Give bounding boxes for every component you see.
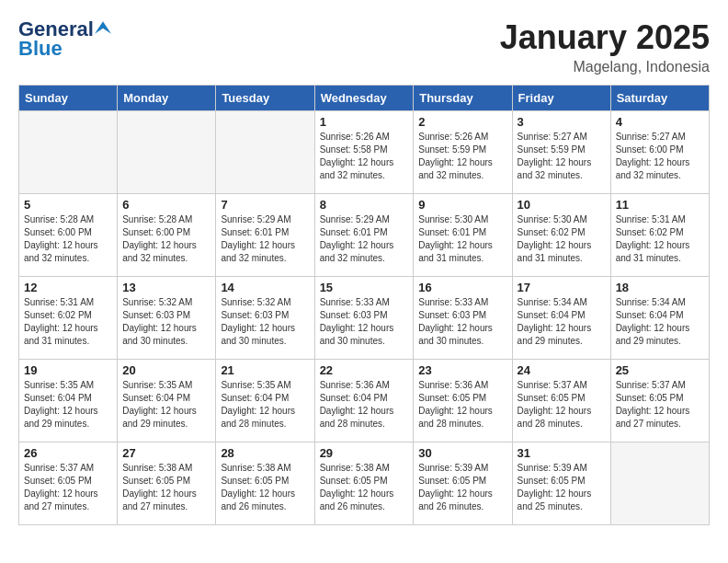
day-info: Sunrise: 5:33 AMSunset: 6:03 PMDaylight:… [320,296,409,348]
day-info: Sunrise: 5:29 AMSunset: 6:01 PMDaylight:… [221,213,309,265]
calendar-cell: 9Sunrise: 5:30 AMSunset: 6:01 PMDaylight… [414,194,512,277]
day-number: 4 [616,115,704,129]
calendar-week-4: 19Sunrise: 5:35 AMSunset: 6:04 PMDayligh… [19,360,710,442]
day-info: Sunrise: 5:28 AMSunset: 6:00 PMDaylight:… [122,213,210,265]
day-info: Sunrise: 5:35 AMSunset: 6:04 PMDaylight:… [24,379,112,431]
day-number: 3 [518,115,606,129]
calendar-cell [610,442,709,525]
calendar-cell: 18Sunrise: 5:34 AMSunset: 6:04 PMDayligh… [610,277,709,360]
calendar-cell: 24Sunrise: 5:37 AMSunset: 6:05 PMDayligh… [512,360,610,442]
calendar-cell: 8Sunrise: 5:29 AMSunset: 6:01 PMDaylight… [314,194,414,277]
day-info: Sunrise: 5:26 AMSunset: 5:59 PMDaylight:… [418,131,506,182]
calendar-cell: 13Sunrise: 5:32 AMSunset: 6:03 PMDayligh… [118,277,216,360]
day-info: Sunrise: 5:30 AMSunset: 6:02 PMDaylight:… [518,213,606,265]
calendar-cell: 25Sunrise: 5:37 AMSunset: 6:05 PMDayligh… [610,360,709,442]
day-number: 22 [320,363,409,377]
title-block: January 2025 Magelang, Indonesia [500,18,710,75]
day-info: Sunrise: 5:26 AMSunset: 5:58 PMDaylight:… [320,131,409,182]
day-info: Sunrise: 5:35 AMSunset: 6:04 PMDaylight:… [122,379,210,431]
col-friday: Friday [512,86,610,111]
calendar-week-2: 5Sunrise: 5:28 AMSunset: 6:00 PMDaylight… [19,194,710,277]
header: General Blue January 2025 Magelang, Indo… [18,18,710,75]
day-info: Sunrise: 5:37 AMSunset: 6:05 PMDaylight:… [518,379,606,431]
calendar-cell: 14Sunrise: 5:32 AMSunset: 6:03 PMDayligh… [216,277,314,360]
calendar-title: January 2025 [500,18,710,57]
calendar-cell: 29Sunrise: 5:38 AMSunset: 6:05 PMDayligh… [314,442,414,525]
calendar-cell: 17Sunrise: 5:34 AMSunset: 6:04 PMDayligh… [512,277,610,360]
logo-bird-icon [95,19,111,36]
day-number: 14 [221,281,309,294]
calendar-body: 1Sunrise: 5:26 AMSunset: 5:58 PMDaylight… [19,111,710,525]
day-number: 28 [221,446,309,460]
svg-marker-0 [95,21,111,34]
day-number: 18 [616,281,704,294]
day-info: Sunrise: 5:38 AMSunset: 6:05 PMDaylight:… [320,462,409,513]
day-number: 25 [616,363,704,377]
day-info: Sunrise: 5:32 AMSunset: 6:03 PMDaylight:… [221,296,309,348]
day-number: 26 [24,446,112,460]
calendar-cell [118,111,216,194]
day-number: 29 [320,446,409,460]
day-info: Sunrise: 5:32 AMSunset: 6:03 PMDaylight:… [122,296,210,348]
day-number: 11 [616,198,704,212]
calendar-table: Sunday Monday Tuesday Wednesday Thursday… [18,85,710,525]
day-info: Sunrise: 5:38 AMSunset: 6:05 PMDaylight:… [221,462,309,513]
calendar-week-5: 26Sunrise: 5:37 AMSunset: 6:05 PMDayligh… [19,442,710,525]
calendar-cell: 3Sunrise: 5:27 AMSunset: 5:59 PMDaylight… [512,111,610,194]
calendar-week-1: 1Sunrise: 5:26 AMSunset: 5:58 PMDaylight… [19,111,710,194]
calendar-cell: 21Sunrise: 5:35 AMSunset: 6:04 PMDayligh… [216,360,314,442]
calendar-cell: 1Sunrise: 5:26 AMSunset: 5:58 PMDaylight… [314,111,414,194]
calendar-cell: 20Sunrise: 5:35 AMSunset: 6:04 PMDayligh… [118,360,216,442]
day-number: 13 [122,281,210,294]
calendar-cell: 16Sunrise: 5:33 AMSunset: 6:03 PMDayligh… [414,277,512,360]
calendar-cell: 11Sunrise: 5:31 AMSunset: 6:02 PMDayligh… [610,194,709,277]
calendar-header-row: Sunday Monday Tuesday Wednesday Thursday… [19,86,710,111]
day-info: Sunrise: 5:27 AMSunset: 6:00 PMDaylight:… [616,131,704,182]
col-thursday: Thursday [414,86,512,111]
day-number: 6 [122,198,210,212]
day-info: Sunrise: 5:39 AMSunset: 6:05 PMDaylight:… [418,462,506,513]
day-number: 2 [418,115,506,129]
calendar-cell: 6Sunrise: 5:28 AMSunset: 6:00 PMDaylight… [118,194,216,277]
calendar-cell: 31Sunrise: 5:39 AMSunset: 6:05 PMDayligh… [512,442,610,525]
col-saturday: Saturday [610,86,709,111]
calendar-cell [216,111,314,194]
day-info: Sunrise: 5:28 AMSunset: 6:00 PMDaylight:… [24,213,112,265]
calendar-cell: 10Sunrise: 5:30 AMSunset: 6:02 PMDayligh… [512,194,610,277]
day-number: 31 [518,446,606,460]
day-info: Sunrise: 5:34 AMSunset: 6:04 PMDaylight:… [616,296,704,348]
day-number: 15 [320,281,409,294]
day-info: Sunrise: 5:37 AMSunset: 6:05 PMDaylight:… [616,379,704,431]
day-number: 16 [418,281,506,294]
col-sunday: Sunday [19,86,118,111]
day-number: 23 [418,363,506,377]
day-info: Sunrise: 5:34 AMSunset: 6:04 PMDaylight:… [518,296,606,348]
calendar-cell: 5Sunrise: 5:28 AMSunset: 6:00 PMDaylight… [19,194,118,277]
day-info: Sunrise: 5:36 AMSunset: 6:05 PMDaylight:… [418,379,506,431]
day-number: 30 [418,446,506,460]
calendar-cell: 27Sunrise: 5:38 AMSunset: 6:05 PMDayligh… [118,442,216,525]
col-tuesday: Tuesday [216,86,314,111]
calendar-cell: 19Sunrise: 5:35 AMSunset: 6:04 PMDayligh… [19,360,118,442]
col-wednesday: Wednesday [314,86,414,111]
day-number: 21 [221,363,309,377]
day-number: 1 [320,115,409,129]
day-info: Sunrise: 5:30 AMSunset: 6:01 PMDaylight:… [418,213,506,265]
day-number: 19 [24,363,112,377]
calendar-cell: 28Sunrise: 5:38 AMSunset: 6:05 PMDayligh… [216,442,314,525]
calendar-week-3: 12Sunrise: 5:31 AMSunset: 6:02 PMDayligh… [19,277,710,360]
day-info: Sunrise: 5:27 AMSunset: 5:59 PMDaylight:… [518,131,606,182]
calendar-cell: 15Sunrise: 5:33 AMSunset: 6:03 PMDayligh… [314,277,414,360]
day-number: 10 [518,198,606,212]
page: General Blue January 2025 Magelang, Indo… [0,0,728,534]
day-number: 20 [122,363,210,377]
day-number: 8 [320,198,409,212]
day-number: 27 [122,446,210,460]
col-monday: Monday [118,86,216,111]
day-info: Sunrise: 5:37 AMSunset: 6:05 PMDaylight:… [24,462,112,513]
day-info: Sunrise: 5:33 AMSunset: 6:03 PMDaylight:… [418,296,506,348]
day-number: 7 [221,198,309,212]
calendar-cell: 12Sunrise: 5:31 AMSunset: 6:02 PMDayligh… [19,277,118,360]
day-info: Sunrise: 5:38 AMSunset: 6:05 PMDaylight:… [122,462,210,513]
calendar-cell [19,111,118,194]
